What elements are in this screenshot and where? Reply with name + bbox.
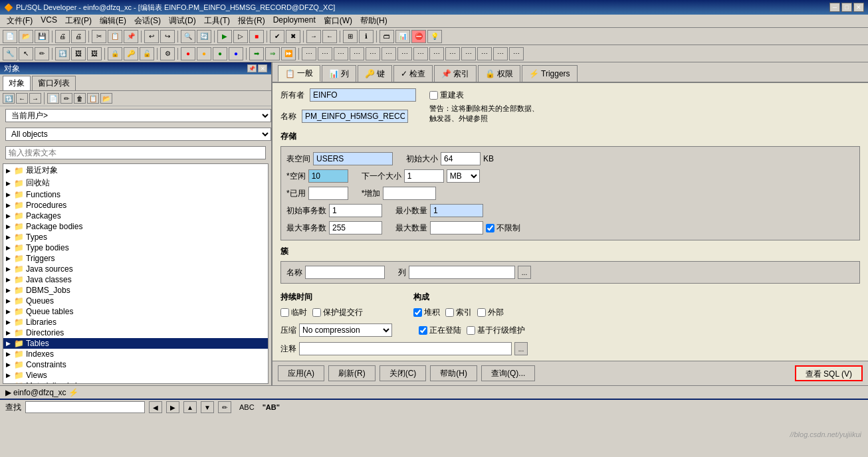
more-btn[interactable]: ⋯ xyxy=(302,47,316,60)
edit-obj-btn[interactable]: ✏ xyxy=(60,93,72,104)
more5-btn[interactable]: ⋯ xyxy=(366,47,380,60)
refresh-btn[interactable]: 🔃 xyxy=(55,47,70,60)
find-prev-btn[interactable]: ◀ xyxy=(149,401,162,413)
external-checkbox[interactable] xyxy=(477,308,486,317)
tree-item[interactable]: ▶📁Type bodies xyxy=(3,242,268,253)
tab-check[interactable]: ✓ 检查 xyxy=(393,65,433,82)
comment-browse-btn[interactable]: ... xyxy=(514,342,528,355)
more14-btn[interactable]: ⋯ xyxy=(509,47,524,60)
temp-checkbox[interactable] xyxy=(280,308,289,317)
help-button[interactable]: 帮助(H) xyxy=(430,365,477,381)
next-size-input[interactable] xyxy=(404,169,444,183)
free-input[interactable] xyxy=(308,169,348,183)
tree-item[interactable]: ▶📁Materialized views xyxy=(3,381,268,384)
search-input[interactable] xyxy=(5,146,266,159)
find-up-btn[interactable]: ▲ xyxy=(183,401,197,413)
menu-item-Deployment[interactable]: Deployment xyxy=(269,14,320,28)
find-down-btn[interactable]: ▼ xyxy=(201,401,214,413)
arrow-btn[interactable]: ↖ xyxy=(19,47,33,60)
tab-general[interactable]: 📋 一般 xyxy=(278,65,320,82)
tablespace-input[interactable] xyxy=(313,152,393,165)
key-btn[interactable]: 🔑 xyxy=(124,47,138,60)
img2-btn[interactable]: 🖼 xyxy=(87,47,102,60)
tab-keys[interactable]: 🔑 键 xyxy=(358,65,392,82)
open-obj-btn[interactable]: 📂 xyxy=(100,93,112,104)
more11-btn[interactable]: ⋯ xyxy=(461,47,476,60)
menu-item-T[interactable]: 工具(T) xyxy=(200,14,234,28)
table-btn[interactable]: 📊 xyxy=(395,30,410,43)
minimize-button[interactable]: ─ xyxy=(829,3,840,12)
logging-checkbox[interactable] xyxy=(419,326,427,335)
more9-btn[interactable]: ⋯ xyxy=(429,47,444,60)
find-next-btn[interactable]: ▶ xyxy=(166,401,179,413)
menu-item-E[interactable]: 编辑(E) xyxy=(96,14,130,28)
rollback-btn[interactable]: ✖ xyxy=(286,30,300,43)
tree-item[interactable]: ▶📁Tables xyxy=(3,338,268,349)
comment-input[interactable] xyxy=(299,342,512,355)
close-button[interactable]: ✕ xyxy=(853,3,864,12)
new-btn[interactable]: 📄 xyxy=(3,30,17,43)
tab-columns[interactable]: 📊 列 xyxy=(322,65,356,82)
lock-btn[interactable]: 🔒 xyxy=(108,47,122,60)
arrow-right-tree-btn[interactable]: → xyxy=(29,93,41,104)
replace-btn[interactable]: 🔄 xyxy=(197,30,211,43)
apply-button[interactable]: 应用(A) xyxy=(278,365,324,381)
arrow-left-tree-btn[interactable]: ← xyxy=(16,93,28,104)
more2-btn[interactable]: ⋯ xyxy=(318,47,332,60)
cluster-col-browse-btn[interactable]: ... xyxy=(518,266,531,279)
tree-item[interactable]: ▶📁Package bodies xyxy=(3,221,268,232)
menu-item-VCS[interactable]: VCS xyxy=(37,14,61,28)
green-dot-btn[interactable]: ● xyxy=(213,47,227,60)
tree-item[interactable]: ▶📁Directories xyxy=(3,327,268,338)
menu-item-R[interactable]: 报告(R) xyxy=(234,14,269,28)
more3-btn[interactable]: ⋯ xyxy=(334,47,348,60)
more7-btn[interactable]: ⋯ xyxy=(397,47,412,60)
stop-btn[interactable]: ■ xyxy=(249,30,264,43)
more10-btn[interactable]: ⋯ xyxy=(445,47,460,60)
info2-btn[interactable]: 💡 xyxy=(427,30,442,43)
tree-item[interactable]: ▶📁Java sources xyxy=(3,264,268,274)
max-ext-input[interactable] xyxy=(329,221,382,234)
tree-item[interactable]: ▶📁Types xyxy=(3,232,268,242)
pencil-btn[interactable]: ✏ xyxy=(35,47,49,60)
tree-item[interactable]: ▶📁Triggers xyxy=(3,253,268,264)
search-btn[interactable]: 🔍 xyxy=(181,30,195,43)
tree-item[interactable]: ▶📁Queues xyxy=(3,296,268,306)
find-input[interactable] xyxy=(25,401,145,413)
menu-item-H[interactable]: 帮助(H) xyxy=(356,14,391,28)
user-dropdown[interactable]: 当前用户> xyxy=(5,109,271,122)
unlock-btn[interactable]: 🔓 xyxy=(140,47,154,60)
cut-btn[interactable]: ✂ xyxy=(92,30,106,43)
menu-item-D[interactable]: 调试(D) xyxy=(165,14,200,28)
heap-checkbox[interactable] xyxy=(413,308,422,317)
menu-item-S[interactable]: 会话(S) xyxy=(130,14,165,28)
compress-select[interactable]: No compression xyxy=(299,323,392,337)
more13-btn[interactable]: ⋯ xyxy=(493,47,508,60)
menu-item-W[interactable]: 窗口(W) xyxy=(320,14,356,28)
more6-btn[interactable]: ⋯ xyxy=(381,47,396,60)
tab-triggers[interactable]: ⚡ Triggers xyxy=(522,65,578,82)
tab-objects[interactable]: 对象 xyxy=(3,76,31,90)
arrow-right-btn[interactable]: ➡ xyxy=(249,47,264,60)
obj-btn[interactable]: 🔧 xyxy=(3,47,17,60)
red-dot-btn[interactable]: ● xyxy=(181,47,195,60)
refresh-button[interactable]: 刷新(R) xyxy=(328,365,376,381)
increase-input[interactable] xyxy=(383,187,436,200)
close-button-form[interactable]: 关闭(C) xyxy=(380,365,427,381)
name-input[interactable] xyxy=(302,110,408,123)
arrow-stop-btn[interactable]: ⏩ xyxy=(281,47,296,60)
menu-item-F[interactable]: 文件(F) xyxy=(3,14,37,28)
outdent-btn[interactable]: ← xyxy=(322,30,337,43)
cluster-col-input[interactable] xyxy=(409,266,515,279)
query-button[interactable]: 查询(Q)... xyxy=(481,365,535,381)
copy-btn[interactable]: 📋 xyxy=(108,30,122,43)
view-sql-button[interactable]: 查看 SQL (V) xyxy=(795,365,863,381)
more8-btn[interactable]: ⋯ xyxy=(413,47,428,60)
blue-dot-btn[interactable]: ● xyxy=(229,47,243,60)
exec2-btn[interactable]: ▷ xyxy=(233,30,248,43)
new-obj-btn[interactable]: 📄 xyxy=(47,93,59,104)
tree-item[interactable]: ▶📁Procedures xyxy=(3,200,268,211)
settings-btn[interactable]: ⚙ xyxy=(160,47,175,60)
refresh-tree-btn[interactable]: 🔃 xyxy=(3,93,15,104)
tree-item[interactable]: ▶📁Libraries xyxy=(3,317,268,327)
